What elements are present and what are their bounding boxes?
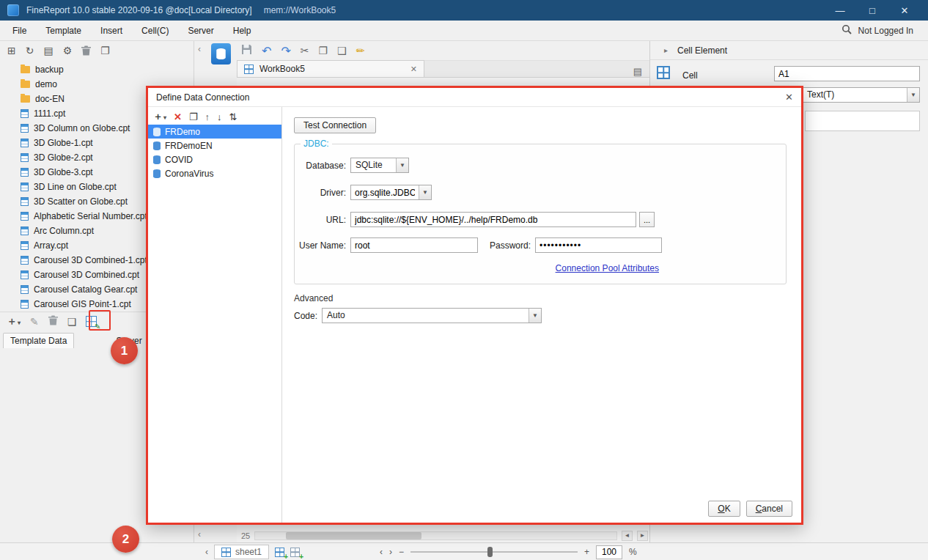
tab-template-data[interactable]: Template Data [3, 333, 74, 348]
sheet-tab-label: sheet1 [235, 547, 262, 557]
search-icon[interactable] [842, 24, 852, 37]
password-input[interactable] [535, 237, 662, 253]
move-down-icon[interactable]: ↓ [217, 111, 222, 122]
paste-icon[interactable]: ❑ [337, 45, 347, 56]
menu-file[interactable]: File [3, 22, 36, 40]
connection-item[interactable]: FRDemoEN [148, 139, 281, 152]
view-mode-icon[interactable]: ▤ [43, 45, 53, 56]
connection-item[interactable]: CoronaVirus [148, 166, 281, 180]
copy-connection-icon[interactable]: ❐ [189, 111, 198, 122]
scrollbar-thumb[interactable] [286, 532, 421, 539]
copy-icon[interactable]: ❐ [100, 45, 110, 56]
zoom-slider[interactable] [410, 551, 578, 553]
ruler-number: 25 [238, 531, 250, 540]
undo-icon[interactable]: ↶ [262, 44, 271, 58]
format-painter-icon[interactable]: ✏ [356, 45, 365, 56]
edit-dataset-icon[interactable]: ✎ [30, 316, 39, 328]
scroll-left-icon[interactable]: ◄ [622, 531, 633, 541]
cell-element-grid-icon[interactable] [657, 66, 670, 79]
zoom-slider-handle[interactable] [487, 547, 493, 557]
preview-dataset-icon[interactable]: ❏ [67, 316, 77, 328]
cell-reference-input[interactable] [774, 66, 920, 81]
menu-insert[interactable]: Insert [91, 22, 132, 40]
settings-icon[interactable]: ⚙ [63, 45, 73, 56]
chevron-down-icon: ▼ [529, 309, 541, 323]
delete-dataset-icon[interactable] [48, 315, 58, 328]
connection-list-panel: ＋▾ ✕ ❐ ↑ ↓ ⇅ FRDemo FRDemoEN COVID C [148, 107, 282, 523]
remove-connection-icon[interactable]: ✕ [174, 111, 182, 122]
add-connection-icon[interactable]: ＋▾ [153, 110, 166, 123]
cancel-button-label: Cancel [756, 501, 783, 516]
code-dropdown[interactable]: Auto ▼ [322, 308, 542, 323]
dialog-close-icon[interactable]: ✕ [785, 92, 793, 103]
maximize-icon[interactable]: □ [856, 5, 888, 16]
collapse-left-icon[interactable]: ‹ [198, 44, 201, 54]
cpt-file-icon [21, 197, 29, 206]
driver-input[interactable] [351, 185, 419, 199]
collapse-left-bottom-icon[interactable]: ‹ [198, 529, 201, 539]
connection-name: COVID [165, 155, 193, 165]
tree-label: Carousel 3D Combined.cpt [34, 270, 139, 280]
editor-toolbar: ↶ ↷ ✂ ❐ ❑ ✏ [237, 41, 649, 60]
sort-icon[interactable]: ⇅ [229, 111, 237, 122]
insert-type-dropdown[interactable]: Text(T) ▼ [802, 87, 920, 103]
close-icon[interactable]: ✕ [888, 5, 921, 16]
horizontal-scrollbar[interactable]: 25 ◄ ► [238, 529, 648, 542]
titlebar: FineReport 10.0 stable 2020-09-16 @doc[L… [0, 0, 928, 21]
driver-combo[interactable]: ▼ [350, 185, 432, 200]
collapse-right-icon[interactable]: ▸ [664, 46, 668, 54]
menu-cell[interactable]: Cell(C) [132, 22, 178, 40]
zoom-in-icon[interactable]: + [584, 547, 589, 557]
zoom-value-input[interactable] [596, 545, 622, 559]
add-chart-sheet-icon[interactable]: + [290, 548, 300, 557]
copy-icon[interactable]: ❐ [319, 45, 328, 56]
menu-template[interactable]: Template [36, 22, 91, 40]
page-prev-icon[interactable]: ‹ [380, 547, 383, 557]
cancel-button[interactable]: Cancel [746, 501, 792, 517]
connection-name: FRDemo [165, 127, 200, 137]
minimize-icon[interactable]: — [824, 5, 856, 16]
scroll-right-icon[interactable]: ► [637, 531, 648, 541]
test-connection-button[interactable]: Test Connection [294, 117, 376, 133]
page-next-icon[interactable]: › [389, 547, 392, 557]
tree-folder[interactable]: backup [0, 62, 194, 77]
zoom-out-icon[interactable]: − [399, 547, 404, 557]
cut-icon[interactable]: ✂ [301, 45, 309, 56]
username-input[interactable] [350, 237, 478, 253]
database-icon [153, 128, 161, 136]
login-status[interactable]: Not Logged In [858, 26, 913, 36]
redo-icon[interactable]: ↷ [281, 44, 290, 58]
menu-help[interactable]: Help [224, 22, 261, 40]
connection-item[interactable]: COVID [148, 152, 281, 166]
refresh-icon[interactable]: ↻ [26, 45, 34, 56]
sheet-tab[interactable]: sheet1 [214, 545, 269, 559]
database-dropdown[interactable]: SQLite ▼ [350, 158, 409, 173]
sheet-nav-left-icon[interactable]: ‹ [205, 547, 208, 557]
menubar: File Template Insert Cell(C) Server Help… [0, 21, 928, 41]
workbook-tab[interactable]: WorkBook5 ✕ [237, 60, 424, 77]
tree-label: Array.cpt [34, 240, 68, 251]
window-path: mem://WorkBook5 [264, 5, 336, 15]
connection-name: CoronaVirus [165, 169, 213, 179]
database-icon [153, 169, 161, 178]
new-template-icon[interactable]: ⊞ [7, 45, 16, 56]
cell-content-input[interactable] [805, 111, 920, 131]
tab-list-icon[interactable]: ▤ [633, 66, 642, 77]
add-dataset-icon[interactable]: ＋▾ [7, 315, 21, 328]
save-icon[interactable] [241, 44, 252, 57]
database-icon [153, 141, 161, 150]
folder-icon [21, 66, 30, 73]
scrollbar-track[interactable] [254, 531, 617, 540]
tree-label: 3D Scatter on Globe.cpt [34, 196, 128, 207]
url-input[interactable] [350, 212, 636, 227]
add-grid-sheet-icon[interactable]: + [275, 548, 284, 557]
connection-pool-link[interactable]: Connection Pool Attributes [556, 263, 659, 273]
browse-button[interactable]: ... [639, 212, 655, 227]
move-up-icon[interactable]: ↑ [205, 111, 210, 122]
close-tab-icon[interactable]: ✕ [410, 65, 417, 74]
menu-server[interactable]: Server [178, 22, 223, 40]
connection-item[interactable]: FRDemo [148, 125, 281, 139]
template-datasource-icon[interactable] [211, 43, 231, 65]
delete-icon[interactable] [81, 45, 91, 56]
ok-button[interactable]: OK [708, 501, 740, 517]
